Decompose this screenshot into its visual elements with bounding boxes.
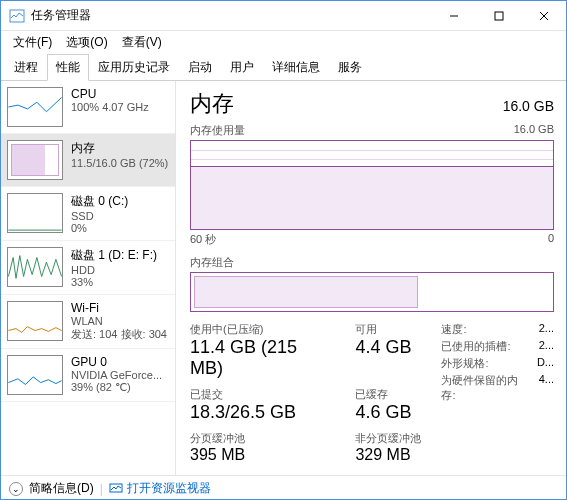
window-title: 任务管理器 — [31, 7, 431, 24]
title-bar: 任务管理器 — [1, 1, 566, 31]
form-label: 外形规格: — [441, 356, 488, 371]
available-value: 4.4 GB — [355, 337, 421, 358]
tab-details[interactable]: 详细信息 — [263, 54, 329, 81]
sidebar-gpu-sub2: 39% (82 ℃) — [71, 381, 162, 394]
in-use-label: 使用中(已压缩) — [190, 322, 331, 337]
menu-options[interactable]: 选项(O) — [60, 32, 113, 53]
maximize-button[interactable] — [476, 1, 521, 31]
nonpaged-value: 329 MB — [355, 446, 421, 464]
tab-bar: 进程 性能 应用历史记录 启动 用户 详细信息 服务 — [1, 53, 566, 81]
paged-value: 395 MB — [190, 446, 331, 464]
gpu-thumb — [7, 355, 63, 395]
monitor-icon — [109, 482, 123, 496]
main-total: 16.0 GB — [503, 98, 554, 114]
sidebar-cpu-sub: 100% 4.07 GHz — [71, 101, 149, 113]
tab-performance[interactable]: 性能 — [47, 54, 89, 81]
tab-app-history[interactable]: 应用历史记录 — [89, 54, 179, 81]
disk0-thumb — [7, 193, 63, 233]
sidebar-disk1-title: 磁盘 1 (D: E: F:) — [71, 247, 157, 264]
sidebar-memory-title: 内存 — [71, 140, 168, 157]
sidebar-item-memory[interactable]: 内存 11.5/16.0 GB (72%) — [1, 134, 175, 187]
stats-right: 速度:2... 已使用的插槽:2... 外形规格:D... 为硬件保留的内存:4… — [441, 322, 554, 464]
sidebar-item-gpu[interactable]: GPU 0 NVIDIA GeForce... 39% (82 ℃) — [1, 349, 175, 402]
main-title: 内存 — [190, 89, 234, 119]
sidebar-disk0-title: 磁盘 0 (C:) — [71, 193, 128, 210]
composition-label: 内存组合 — [190, 255, 234, 270]
menu-bar: 文件(F) 选项(O) 查看(V) — [1, 31, 566, 53]
menu-file[interactable]: 文件(F) — [7, 32, 58, 53]
memory-usage-chart — [190, 140, 554, 230]
chart-x-left: 60 秒 — [190, 232, 216, 247]
resource-monitor-label: 打开资源监视器 — [127, 480, 211, 497]
sidebar-item-disk1[interactable]: 磁盘 1 (D: E: F:) HDD 33% — [1, 241, 175, 295]
content-area: CPU 100% 4.07 GHz 内存 11.5/16.0 GB (72%) … — [1, 81, 566, 475]
in-use-value: 11.4 GB (215 MB) — [190, 337, 331, 379]
speed-value: 2... — [539, 322, 554, 337]
sidebar-wifi-sub: WLAN — [71, 315, 169, 327]
stats-area: 使用中(已压缩) 11.4 GB (215 MB) 可用 4.4 GB 已提交 … — [190, 322, 554, 464]
committed-label: 已提交 — [190, 387, 331, 402]
sidebar-disk1-sub: HDD — [71, 264, 157, 276]
menu-view[interactable]: 查看(V) — [116, 32, 168, 53]
cached-value: 4.6 GB — [355, 402, 421, 423]
sidebar-memory-sub: 11.5/16.0 GB (72%) — [71, 157, 168, 169]
chevron-down-icon[interactable]: ⌄ — [9, 482, 23, 496]
speed-label: 速度: — [441, 322, 466, 337]
committed-value: 18.3/26.5 GB — [190, 402, 331, 423]
sidebar-disk0-sub: SSD — [71, 210, 128, 222]
sidebar-wifi-sub2: 发送: 104 接收: 304 Kl — [71, 327, 169, 342]
wifi-thumb — [7, 301, 63, 341]
sidebar-wifi-title: Wi-Fi — [71, 301, 169, 315]
tab-startup[interactable]: 启动 — [179, 54, 221, 81]
svg-rect-2 — [495, 12, 503, 20]
tab-processes[interactable]: 进程 — [5, 54, 47, 81]
cached-label: 已缓存 — [355, 387, 421, 402]
slots-value: 2... — [539, 339, 554, 354]
nonpaged-label: 非分页缓冲池 — [355, 431, 421, 446]
cpu-thumb — [7, 87, 63, 127]
app-icon — [9, 8, 25, 24]
sidebar-cpu-title: CPU — [71, 87, 149, 101]
tab-users[interactable]: 用户 — [221, 54, 263, 81]
close-button[interactable] — [521, 1, 566, 31]
footer-divider: | — [100, 482, 103, 496]
open-resource-monitor-link[interactable]: 打开资源监视器 — [109, 480, 211, 497]
paged-label: 分页缓冲池 — [190, 431, 331, 446]
window-controls — [431, 1, 566, 31]
usage-label: 内存使用量 — [190, 123, 245, 138]
hw-reserved-value: 4... — [539, 373, 554, 403]
main-panel: 内存 16.0 GB 内存使用量 16.0 GB 60 秒 0 内存组合 — [176, 81, 566, 475]
sidebar-item-disk0[interactable]: 磁盘 0 (C:) SSD 0% — [1, 187, 175, 241]
hw-reserved-label: 为硬件保留的内存: — [441, 373, 530, 403]
chart-x-right: 0 — [548, 232, 554, 247]
disk1-thumb — [7, 247, 63, 287]
footer: ⌄ 简略信息(D) | 打开资源监视器 — [1, 475, 566, 500]
usage-max: 16.0 GB — [514, 123, 554, 138]
sidebar-disk0-sub2: 0% — [71, 222, 128, 234]
memory-thumb — [7, 140, 63, 180]
sidebar-item-wifi[interactable]: Wi-Fi WLAN 发送: 104 接收: 304 Kl — [1, 295, 175, 349]
sidebar-gpu-title: GPU 0 — [71, 355, 162, 369]
sidebar: CPU 100% 4.07 GHz 内存 11.5/16.0 GB (72%) … — [1, 81, 176, 475]
minimize-button[interactable] — [431, 1, 476, 31]
form-value: D... — [537, 356, 554, 371]
memory-composition-chart — [190, 272, 554, 312]
slots-label: 已使用的插槽: — [441, 339, 510, 354]
available-label: 可用 — [355, 322, 421, 337]
sidebar-disk1-sub2: 33% — [71, 276, 157, 288]
tab-services[interactable]: 服务 — [329, 54, 371, 81]
sidebar-item-cpu[interactable]: CPU 100% 4.07 GHz — [1, 81, 175, 134]
sidebar-gpu-sub: NVIDIA GeForce... — [71, 369, 162, 381]
less-details-button[interactable]: 简略信息(D) — [29, 480, 94, 497]
